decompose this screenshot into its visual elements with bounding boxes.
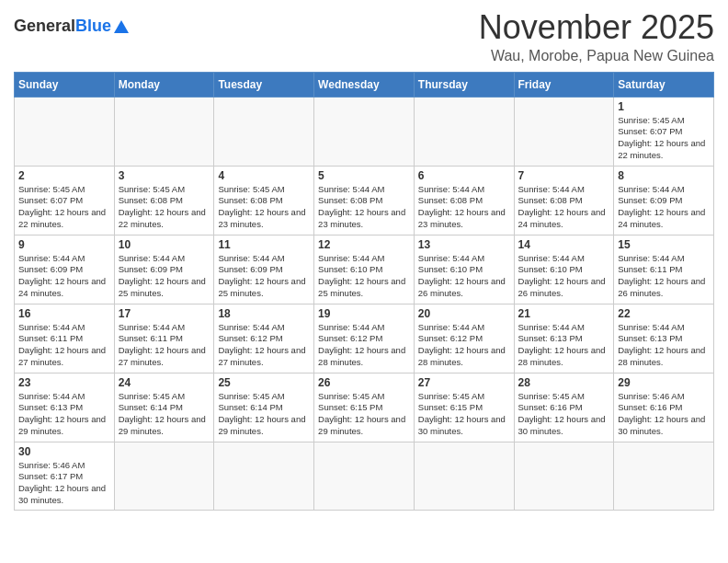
day-sun-info: Sunrise: 5:45 AM Sunset: 6:14 PM Dayligh… [119,391,210,438]
day-sun-info: Sunrise: 5:44 AM Sunset: 6:12 PM Dayligh… [218,322,310,369]
day-sun-info: Sunrise: 5:44 AM Sunset: 6:12 PM Dayligh… [318,322,410,369]
calendar-day-cell: 24Sunrise: 5:45 AM Sunset: 6:14 PM Dayli… [114,373,214,442]
day-number: 28 [518,376,610,389]
calendar-day-cell: 22Sunrise: 5:44 AM Sunset: 6:13 PM Dayli… [614,304,714,373]
day-number: 17 [119,307,210,320]
day-sun-info: Sunrise: 5:45 AM Sunset: 6:08 PM Dayligh… [119,184,210,231]
day-number: 20 [418,307,510,320]
day-number: 24 [119,376,210,389]
day-number: 1 [618,100,710,113]
day-number: 23 [18,376,110,389]
day-sun-info: Sunrise: 5:44 AM Sunset: 6:11 PM Dayligh… [18,322,110,369]
calendar-day-cell: 17Sunrise: 5:44 AM Sunset: 6:11 PM Dayli… [114,304,214,373]
day-number: 8 [618,169,710,182]
day-of-week-header: Thursday [414,72,514,97]
day-number: 16 [18,307,110,320]
day-sun-info: Sunrise: 5:44 AM Sunset: 6:08 PM Dayligh… [418,184,510,231]
day-of-week-header: Friday [514,72,614,97]
location-subtitle: Wau, Morobe, Papua New Guinea [479,48,714,64]
calendar-day-cell [414,442,514,510]
calendar-table: SundayMondayTuesdayWednesdayThursdayFrid… [14,72,714,511]
calendar-day-cell: 21Sunrise: 5:44 AM Sunset: 6:13 PM Dayli… [514,304,614,373]
calendar-day-cell [614,442,714,510]
day-sun-info: Sunrise: 5:44 AM Sunset: 6:09 PM Dayligh… [119,253,210,300]
day-number: 26 [318,376,410,389]
day-number: 27 [418,376,510,389]
day-sun-info: Sunrise: 5:44 AM Sunset: 6:09 PM Dayligh… [218,253,310,300]
day-number: 21 [518,307,610,320]
calendar-day-cell [314,97,415,166]
day-sun-info: Sunrise: 5:44 AM Sunset: 6:11 PM Dayligh… [618,253,710,300]
calendar-day-cell: 11Sunrise: 5:44 AM Sunset: 6:09 PM Dayli… [214,235,314,304]
calendar-day-cell: 9Sunrise: 5:44 AM Sunset: 6:09 PM Daylig… [15,235,115,304]
calendar-day-cell: 8Sunrise: 5:44 AM Sunset: 6:09 PM Daylig… [614,166,714,235]
logo-blue-text: Blue [75,17,111,36]
day-number: 19 [318,307,410,320]
day-sun-info: Sunrise: 5:46 AM Sunset: 6:16 PM Dayligh… [618,391,710,438]
day-sun-info: Sunrise: 5:45 AM Sunset: 6:14 PM Dayligh… [218,391,310,438]
calendar-day-cell: 28Sunrise: 5:45 AM Sunset: 6:16 PM Dayli… [514,373,614,442]
calendar-day-cell: 13Sunrise: 5:44 AM Sunset: 6:10 PM Dayli… [414,235,514,304]
day-sun-info: Sunrise: 5:45 AM Sunset: 6:15 PM Dayligh… [418,391,510,438]
calendar-day-cell: 4Sunrise: 5:45 AM Sunset: 6:08 PM Daylig… [214,166,314,235]
calendar-day-cell: 2Sunrise: 5:45 AM Sunset: 6:07 PM Daylig… [15,166,115,235]
calendar-day-cell: 23Sunrise: 5:44 AM Sunset: 6:13 PM Dayli… [15,373,115,442]
calendar-day-cell [514,97,614,166]
day-sun-info: Sunrise: 5:44 AM Sunset: 6:09 PM Dayligh… [18,253,110,300]
day-number: 5 [318,169,410,182]
calendar-header-row: SundayMondayTuesdayWednesdayThursdayFrid… [15,72,714,97]
calendar-week-row: 16Sunrise: 5:44 AM Sunset: 6:11 PM Dayli… [15,304,714,373]
calendar-day-cell: 25Sunrise: 5:45 AM Sunset: 6:14 PM Dayli… [214,373,314,442]
calendar-week-row: 1Sunrise: 5:45 AM Sunset: 6:07 PM Daylig… [15,97,714,166]
day-of-week-header: Wednesday [314,72,415,97]
day-sun-info: Sunrise: 5:45 AM Sunset: 6:15 PM Dayligh… [318,391,410,438]
logo: General Blue [14,17,129,36]
day-sun-info: Sunrise: 5:46 AM Sunset: 6:17 PM Dayligh… [18,460,110,507]
day-number: 9 [18,238,110,251]
day-sun-info: Sunrise: 5:44 AM Sunset: 6:13 PM Dayligh… [18,391,110,438]
calendar-day-cell: 14Sunrise: 5:44 AM Sunset: 6:10 PM Dayli… [514,235,614,304]
day-number: 15 [618,238,710,251]
day-sun-info: Sunrise: 5:44 AM Sunset: 6:08 PM Dayligh… [518,184,610,231]
calendar-day-cell: 30Sunrise: 5:46 AM Sunset: 6:17 PM Dayli… [15,442,115,510]
day-of-week-header: Sunday [15,72,115,97]
day-number: 30 [18,445,110,458]
calendar-day-cell [214,442,314,510]
calendar-day-cell: 16Sunrise: 5:44 AM Sunset: 6:11 PM Dayli… [15,304,115,373]
calendar-week-row: 30Sunrise: 5:46 AM Sunset: 6:17 PM Dayli… [15,442,714,510]
calendar-day-cell: 19Sunrise: 5:44 AM Sunset: 6:12 PM Dayli… [314,304,415,373]
calendar-day-cell: 12Sunrise: 5:44 AM Sunset: 6:10 PM Dayli… [314,235,415,304]
logo-general-text: General [14,17,75,36]
day-number: 10 [119,238,210,251]
day-number: 14 [518,238,610,251]
calendar-week-row: 23Sunrise: 5:44 AM Sunset: 6:13 PM Dayli… [15,373,714,442]
calendar-day-cell: 15Sunrise: 5:44 AM Sunset: 6:11 PM Dayli… [614,235,714,304]
day-of-week-header: Monday [114,72,214,97]
day-number: 18 [218,307,310,320]
calendar-day-cell: 29Sunrise: 5:46 AM Sunset: 6:16 PM Dayli… [614,373,714,442]
month-title: November 2025 [479,9,714,46]
day-number: 6 [418,169,510,182]
day-number: 7 [518,169,610,182]
day-number: 2 [18,169,110,182]
calendar-day-cell: 7Sunrise: 5:44 AM Sunset: 6:08 PM Daylig… [514,166,614,235]
calendar-day-cell [15,97,115,166]
calendar-day-cell: 27Sunrise: 5:45 AM Sunset: 6:15 PM Dayli… [414,373,514,442]
day-sun-info: Sunrise: 5:44 AM Sunset: 6:10 PM Dayligh… [318,253,410,300]
day-number: 13 [418,238,510,251]
day-sun-info: Sunrise: 5:44 AM Sunset: 6:10 PM Dayligh… [418,253,510,300]
calendar-week-row: 9Sunrise: 5:44 AM Sunset: 6:09 PM Daylig… [15,235,714,304]
day-number: 22 [618,307,710,320]
day-sun-info: Sunrise: 5:44 AM Sunset: 6:13 PM Dayligh… [618,322,710,369]
calendar-day-cell [414,97,514,166]
calendar-day-cell: 20Sunrise: 5:44 AM Sunset: 6:12 PM Dayli… [414,304,514,373]
page-header: General Blue November 2025 Wau, Morobe, … [14,9,714,64]
day-sun-info: Sunrise: 5:44 AM Sunset: 6:08 PM Dayligh… [318,184,410,231]
calendar-day-cell [314,442,415,510]
day-sun-info: Sunrise: 5:44 AM Sunset: 6:13 PM Dayligh… [518,322,610,369]
calendar-day-cell: 26Sunrise: 5:45 AM Sunset: 6:15 PM Dayli… [314,373,415,442]
day-sun-info: Sunrise: 5:44 AM Sunset: 6:10 PM Dayligh… [518,253,610,300]
calendar-day-cell: 5Sunrise: 5:44 AM Sunset: 6:08 PM Daylig… [314,166,415,235]
title-area: November 2025 Wau, Morobe, Papua New Gui… [479,9,714,64]
calendar-day-cell [514,442,614,510]
